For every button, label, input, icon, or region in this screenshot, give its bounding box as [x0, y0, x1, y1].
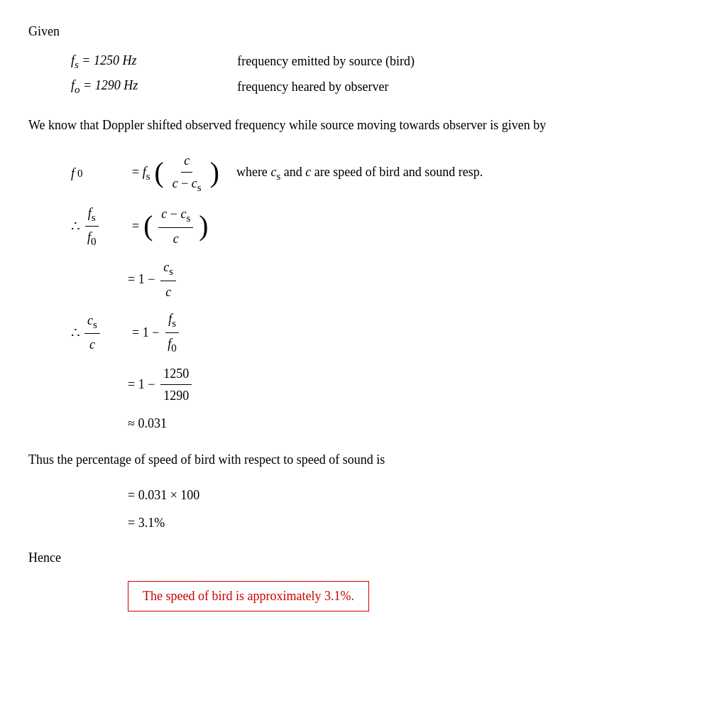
simplify-eq1: = 1 − cs c: [128, 257, 679, 302]
therefore-eq2: ∴ cs c = 1 − fs f0: [71, 309, 679, 356]
given-section: fs = 1250 Hz frequency emitted by source…: [71, 49, 679, 99]
fo-description: frequency heared by observer: [152, 74, 429, 99]
calc-step2: = 3.1%: [128, 513, 679, 533]
approximate-result: ≈ 0.031: [128, 413, 679, 434]
fs-symbol: fs: [71, 53, 79, 67]
fs-value: = 1250 Hz: [82, 53, 136, 67]
result-box: The speed of bird is approximately 3.1%.: [128, 581, 369, 612]
calc-step1: = 0.031 × 100: [128, 485, 679, 506]
given-label: Given: [28, 21, 679, 42]
hence-label: Hence: [28, 548, 679, 568]
fo-value: = 1290 Hz: [83, 78, 138, 92]
doppler-formula-block: f0 = fs ( c c − cs ) where cs and c are …: [71, 151, 679, 434]
hence-section: Hence The speed of bird is approximately…: [28, 548, 679, 612]
doppler-intro-paragraph: We know that Doppler shifted observed fr…: [28, 114, 679, 136]
fo-symbol: fo: [71, 78, 80, 92]
fs-description: frequency emitted by source (bird): [152, 49, 429, 75]
percentage-paragraph: Thus the percentage of speed of bird wit…: [28, 448, 679, 471]
numerical-substitution: = 1 − 1250 1290: [128, 364, 679, 407]
doppler-main-equation: f0 = fs ( c c − cs ) where cs and c are …: [71, 151, 679, 195]
percentage-calc-block: = 0.031 × 100 = 3.1%: [71, 485, 679, 533]
therefore-eq1: ∴ fs f0 = ( c − cs c ): [71, 203, 679, 250]
